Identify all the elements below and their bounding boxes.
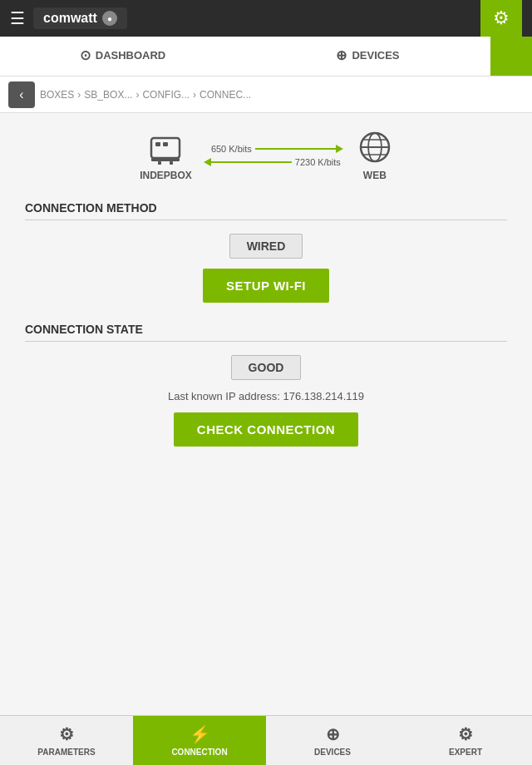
breadcrumb: BOXES › SB_BOX... › CONFIG... › CONNEC..… [40, 89, 251, 101]
download-speed-label: 7230 K/bits [295, 157, 341, 167]
dashboard-icon: ⊙ [80, 47, 91, 63]
tab-devices[interactable]: ⊕ DEVICES [245, 37, 490, 76]
brand-area: comwatt ● [33, 7, 127, 29]
speed-arrows: 650 K/bits 7230 K/bits [209, 144, 341, 167]
svg-rect-2 [163, 142, 168, 146]
download-row: 7230 K/bits [209, 157, 341, 167]
check-connection-button[interactable]: CHECK CONNECTION [174, 412, 358, 447]
connection-state-title: CONNECTION STATE [25, 323, 507, 342]
breadcrumb-boxes: BOXES [40, 89, 74, 101]
back-button[interactable]: ‹ [8, 81, 35, 108]
svg-rect-3 [151, 158, 180, 161]
web-icon [357, 130, 392, 165]
upload-speed-label: 650 K/bits [211, 144, 252, 154]
state-badge-row: GOOD [25, 355, 507, 380]
breadcrumb-sep3: › [193, 89, 196, 101]
setup-wifi-button[interactable]: SETUP WI-FI [203, 269, 329, 303]
parameters-label: PARAMETERS [37, 748, 95, 757]
indepbox-label: INDEPBOX [140, 170, 192, 181]
ip-address-text: Last known IP address: 176.138.214.119 [25, 390, 507, 402]
indepbox-device: INDEPBOX [140, 130, 192, 181]
setup-wifi-row: SETUP WI-FI [25, 269, 507, 303]
breadcrumb-config: CONFIG... [142, 89, 190, 101]
top-gear-icon[interactable]: ⚙ [493, 7, 510, 29]
tab-spacer [490, 37, 532, 76]
connection-method-section: CONNECTION METHOD WIRED SETUP WI-FI [25, 201, 507, 303]
breadcrumb-sbbox: SB_BOX... [84, 89, 132, 101]
wired-badge-row: WIRED [25, 234, 507, 259]
parameters-icon: ⚙ [59, 724, 74, 744]
bottom-nav-connection[interactable]: ⚡ CONNECTION [133, 716, 266, 765]
svg-rect-1 [155, 142, 160, 146]
breadcrumb-sep1: › [77, 89, 81, 101]
top-bar: ☰ comwatt ● ⚙ [0, 0, 532, 37]
web-label: WEB [363, 170, 387, 181]
svg-rect-5 [170, 161, 173, 165]
breadcrumb-sep2: › [135, 89, 139, 101]
tab-nav: ⊙ DASHBOARD ⊕ DEVICES [0, 37, 532, 76]
devices-bottom-icon: ⊕ [326, 724, 340, 744]
upload-row: 650 K/bits [211, 144, 338, 154]
brand-name: comwatt [43, 11, 97, 26]
hamburger-menu-icon[interactable]: ☰ [10, 8, 25, 28]
devices-icon: ⊕ [336, 47, 347, 63]
tab-devices-label: DEVICES [352, 49, 399, 62]
bottom-nav-devices[interactable]: ⊕ DEVICES [266, 716, 399, 765]
connection-state-badge: GOOD [231, 355, 302, 380]
ip-prefix: Last known IP address: [168, 390, 283, 402]
bottom-nav-parameters[interactable]: ⚙ PARAMETERS [0, 716, 133, 765]
wired-badge: WIRED [229, 234, 303, 259]
connection-label: CONNECTION [171, 748, 227, 757]
expert-label: EXPERT [449, 748, 482, 757]
indepbox-icon [148, 130, 183, 165]
svg-rect-4 [158, 161, 161, 165]
connection-icon: ⚡ [190, 724, 210, 744]
back-icon: ‹ [19, 87, 23, 102]
svg-rect-0 [151, 138, 180, 158]
bottom-nav-expert[interactable]: ⚙ EXPERT [399, 716, 532, 765]
main-content: INDEPBOX 650 K/bits 7230 K/bits [0, 113, 532, 715]
connection-diagram: INDEPBOX 650 K/bits 7230 K/bits [25, 130, 507, 181]
top-settings-area[interactable]: ⚙ [480, 0, 522, 37]
bottom-nav: ⚙ PARAMETERS ⚡ CONNECTION ⊕ DEVICES ⚙ EX… [0, 715, 532, 765]
breadcrumb-connec: CONNEC... [200, 89, 251, 101]
tab-dashboard-label: DASHBOARD [96, 49, 166, 62]
ip-address: 176.138.214.119 [283, 390, 364, 402]
breadcrumb-bar: ‹ BOXES › SB_BOX... › CONFIG... › CONNEC… [0, 76, 532, 113]
connection-state-section: CONNECTION STATE GOOD Last known IP addr… [25, 323, 507, 447]
brand-dot-icon: ● [102, 11, 117, 26]
web-device: WEB [357, 130, 392, 181]
expert-icon: ⚙ [458, 724, 473, 744]
connection-method-title: CONNECTION METHOD [25, 201, 507, 220]
devices-bottom-label: DEVICES [314, 748, 351, 757]
tab-dashboard[interactable]: ⊙ DASHBOARD [0, 37, 245, 76]
